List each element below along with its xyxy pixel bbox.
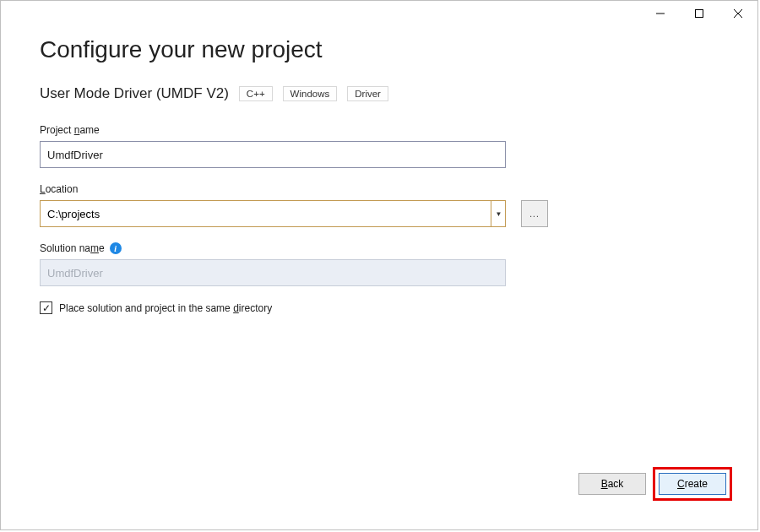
close-button[interactable] (719, 1, 757, 26)
location-label: Location (40, 183, 719, 195)
minimize-button[interactable] (641, 1, 680, 26)
maximize-button[interactable] (680, 1, 719, 26)
project-name-group: Project name (40, 124, 719, 168)
location-group: Location ▼ ... (40, 183, 719, 227)
info-icon[interactable]: i (110, 242, 122, 254)
back-button[interactable]: Back (578, 473, 646, 495)
solution-name-label: Solution name i (40, 242, 719, 254)
create-highlight: Create (653, 467, 732, 501)
close-icon (734, 9, 742, 18)
dialog-window: Configure your new project User Mode Dri… (0, 0, 758, 530)
maximize-icon (695, 9, 703, 18)
solution-name-group: Solution name i UmdfDriver (40, 242, 719, 286)
chevron-down-icon[interactable]: ▼ (491, 200, 506, 227)
solution-name-input: UmdfDriver (40, 259, 506, 286)
project-name-label: Project name (40, 124, 719, 136)
template-tag: Driver (347, 86, 388, 101)
location-input[interactable] (40, 200, 506, 227)
template-tag: C++ (239, 86, 273, 101)
template-name: User Mode Driver (UMDF V2) (40, 85, 229, 102)
template-info-row: User Mode Driver (UMDF V2) C++ Windows D… (40, 85, 719, 102)
same-directory-checkbox[interactable]: ✓ (40, 301, 52, 314)
content-area: Configure your new project User Mode Dri… (1, 26, 757, 314)
svg-rect-1 (696, 10, 703, 18)
same-directory-row[interactable]: ✓ Place solution and project in the same… (40, 301, 719, 314)
browse-button[interactable]: ... (521, 200, 548, 227)
template-tag: Windows (283, 86, 338, 101)
titlebar (1, 1, 757, 26)
same-directory-label: Place solution and project in the same d… (59, 302, 272, 314)
page-title: Configure your new project (40, 36, 719, 63)
create-button[interactable]: Create (659, 473, 726, 495)
footer-buttons: Back Create (578, 467, 732, 501)
project-name-input[interactable] (40, 141, 506, 168)
minimize-icon (656, 9, 665, 18)
location-combo[interactable]: ▼ (40, 200, 506, 227)
